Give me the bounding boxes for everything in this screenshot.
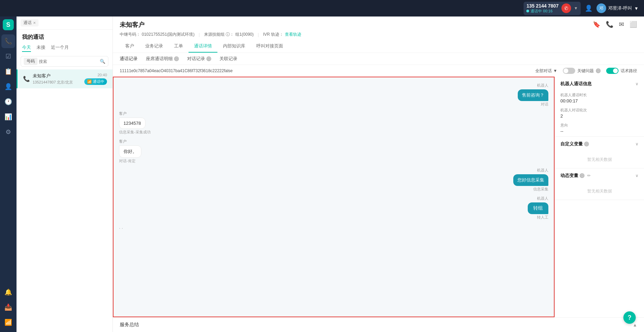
sub-tab-dialog-info-icon[interactable]: ⓘ (206, 56, 211, 61)
customer-bubble-2: 你好。 (119, 145, 141, 158)
dialog-area: 机器人 售前咨询？ 对话 客户 1234578 信息采集-采集成功 客户 你好。… (113, 77, 644, 317)
bookmark-icon[interactable]: 🔖 (593, 21, 600, 28)
sub-tab-call-records[interactable]: 通话记录 (120, 56, 138, 62)
tab-knowledge[interactable]: 内部知识库 (217, 40, 251, 53)
add-user-icon[interactable]: 👤 (585, 4, 592, 12)
filter-month[interactable]: 近一个月 (51, 44, 69, 52)
sub-tab-seat-info-icon[interactable]: ⓘ (174, 56, 179, 61)
service-summary: 服务总结 ▲ (113, 317, 644, 332)
user-chevron: ▼ (634, 6, 638, 11)
rp-section-dynamic-title: 动态变量 (560, 173, 578, 179)
sidebar-bottom: 🔔 📥 📶 (1, 285, 15, 329)
tab-customer[interactable]: 客户 (120, 40, 140, 53)
tab-close-btn[interactable]: ✕ (33, 21, 36, 25)
meta-ivr: IVR 轨迹： 查看轨迹 (263, 32, 301, 37)
rp-field-intent: 意向 -- (555, 121, 644, 136)
msg-robot-3: 机器人 转组 转人工 (119, 196, 548, 220)
sidebar-item-tasks[interactable]: ☑ (1, 49, 15, 63)
rp-section-custom-vars: 自定义变量 ⓘ ∨ 暂无相关数据 (555, 137, 644, 168)
rp-chevron-robot: ∨ (635, 81, 638, 86)
header-tabs: 客户 业务记录 工单 通话详情 内部知识库 呼叫对接页面 (120, 40, 637, 53)
search-tag[interactable]: 号码 (24, 58, 37, 65)
call-item-right: 20:40 📶 通话中 (84, 73, 107, 85)
tab-ticket[interactable]: 工单 (169, 40, 189, 53)
call-duration: 通话中 00:16 (526, 9, 552, 14)
rp-field-intent-value: -- (560, 129, 638, 134)
sidebar-item-bell[interactable]: 🔔 (1, 285, 15, 299)
ivr-link[interactable]: 查看轨迹 (285, 32, 301, 37)
dynamic-vars-info-icon[interactable]: ⓘ (580, 173, 584, 178)
tab-call-detail[interactable]: 通话详情 (189, 40, 217, 53)
filter-missed[interactable]: 未接 (36, 44, 45, 52)
call-item[interactable]: 📞 未知客户 13521447807 北京/北京 20:40 📶 通话中 (17, 69, 112, 88)
customer-sub-1: 信息采集-采集成功 (119, 130, 151, 135)
filter-today[interactable]: 今天 (22, 44, 31, 52)
sidebar-item-download[interactable]: 📥 (1, 300, 15, 314)
toggle-key-questions-switch[interactable] (563, 68, 575, 74)
ticket-label: 中继号码： (120, 32, 140, 37)
chat-panel: 机器人 售前咨询？ 对话 客户 1234578 信息采集-采集成功 客户 你好。… (113, 77, 555, 317)
search-input[interactable] (39, 59, 98, 64)
brand-logo: S (3, 19, 14, 30)
sidebar-item-files[interactable]: 📋 (1, 65, 15, 78)
dynamic-vars-no-data: 暂无相关数据 (555, 183, 644, 200)
tab-call-page[interactable]: 呼叫对接页面 (251, 40, 289, 53)
user-info[interactable]: 邓 邓昱泽-呼叫 ▼ (597, 3, 638, 13)
dynamic-vars-edit-icon[interactable]: ✏ (587, 173, 591, 178)
toggle-speech-path: 话术路径 (606, 68, 637, 74)
call-time: 20:40 (97, 73, 107, 77)
sub-tab-related-records[interactable]: 关联记录 (219, 56, 237, 62)
robot-bubble-1: 售前咨询？ (518, 89, 548, 101)
tab-tag-call: 通话 ✕ (21, 19, 39, 26)
left-panel: 通话 ✕ 我的通话 今天 未接 近一个月 号码 🔍 📞 未知客户 1352144… (17, 16, 113, 332)
content-header: 未知客户 中继号码： 01021755251(国内测试环境) | 来源技能组 ⓘ… (113, 16, 644, 53)
ticket-value: 01021755251(国内测试环境) (142, 32, 194, 37)
msg-customer-2: 客户 你好。 对话-肯定 (119, 139, 548, 164)
skill-label: 来源技能组 ⓘ： (204, 32, 234, 37)
main-layout: S 📞 ☑ 📋 👤 🕐 📊 ⚙ 🔔 📥 📶 通话 ✕ 我的通话 今天 未接 近一… (0, 16, 644, 332)
customer-label-1: 客户 (119, 111, 127, 116)
sidebar-item-wifi[interactable]: 📶 (1, 316, 15, 329)
toggle-key-questions-info-icon[interactable]: ⓘ (596, 68, 601, 73)
rp-section-dynamic-vars-header[interactable]: 动态变量 ⓘ ✏ ∨ (555, 168, 644, 183)
end-call-button[interactable]: ✆ (561, 3, 571, 13)
sidebar-item-phone[interactable]: 📞 (1, 34, 15, 48)
info-collect-type: 信息采集 (533, 187, 548, 192)
sub-tab-seat-detail[interactable]: 座席通话明细 ⓘ (146, 56, 179, 62)
all-dialog-btn[interactable]: 全部对话 ▼ (535, 68, 557, 74)
toggle-speech-path-switch[interactable] (606, 68, 619, 74)
topbar: 135 2144 7807 通话中 00:16 ✆ ▼ 👤 邓 邓昱泽-呼叫 ▼ (0, 0, 644, 16)
expand-icon[interactable]: ⬜ (630, 21, 637, 28)
msg-robot-2: 机器人 您好信息采集 信息采集 (119, 168, 548, 192)
rp-field-turns: 机器人对话轮次 2 (555, 106, 644, 121)
robot-label-3: 机器人 (537, 196, 548, 201)
custom-vars-info-icon[interactable]: ⓘ (584, 142, 589, 146)
rp-section-robot-info-header[interactable]: 机器人通话信息 ∨ (555, 77, 644, 91)
rp-field-duration-label: 机器人通话时长 (560, 92, 638, 98)
calls-filter: 今天 未接 近一个月 (17, 44, 112, 55)
sub-tab-dialog-records[interactable]: 对话记录 ⓘ (187, 56, 211, 62)
icon-sidebar: S 📞 ☑ 📋 👤 🕐 📊 ⚙ 🔔 📥 📶 (0, 16, 17, 332)
summary-chevron[interactable]: ▲ (633, 322, 637, 328)
customer-bubble-1: 1234578 (119, 118, 146, 129)
calling-badge: 📶 通话中 (84, 78, 107, 85)
help-button[interactable]: ? (623, 311, 636, 324)
call-widget-expand[interactable]: ▼ (574, 6, 578, 11)
customer-info: 未知客户 中继号码： 01021755251(国内测试环境) | 来源技能组 ⓘ… (120, 21, 301, 40)
header-top: 未知客户 中继号码： 01021755251(国内测试环境) | 来源技能组 ⓘ… (120, 21, 637, 40)
my-calls-title: 我的通话 (17, 30, 112, 44)
toggle-key-questions: 关键问题 ⓘ (563, 68, 601, 74)
phone-action-icon[interactable]: 📞 (606, 21, 613, 28)
robot-label-1: 机器人 (537, 83, 548, 88)
mail-icon[interactable]: ✉ (619, 21, 624, 28)
sidebar-item-stats[interactable]: 📊 (1, 110, 15, 124)
sidebar-item-contacts[interactable]: 👤 (1, 80, 15, 93)
tab-business[interactable]: 业务记录 (140, 40, 169, 53)
search-icon[interactable]: 🔍 (100, 59, 105, 64)
avatar: 邓 (597, 3, 606, 13)
customer-label-2: 客户 (119, 139, 127, 144)
sidebar-item-settings[interactable]: ⚙ (1, 125, 15, 139)
rp-section-custom-vars-header[interactable]: 自定义变量 ⓘ ∨ (555, 137, 644, 151)
sidebar-item-history[interactable]: 🕐 (1, 95, 15, 109)
dialog-type-1: 对话 (541, 102, 548, 107)
